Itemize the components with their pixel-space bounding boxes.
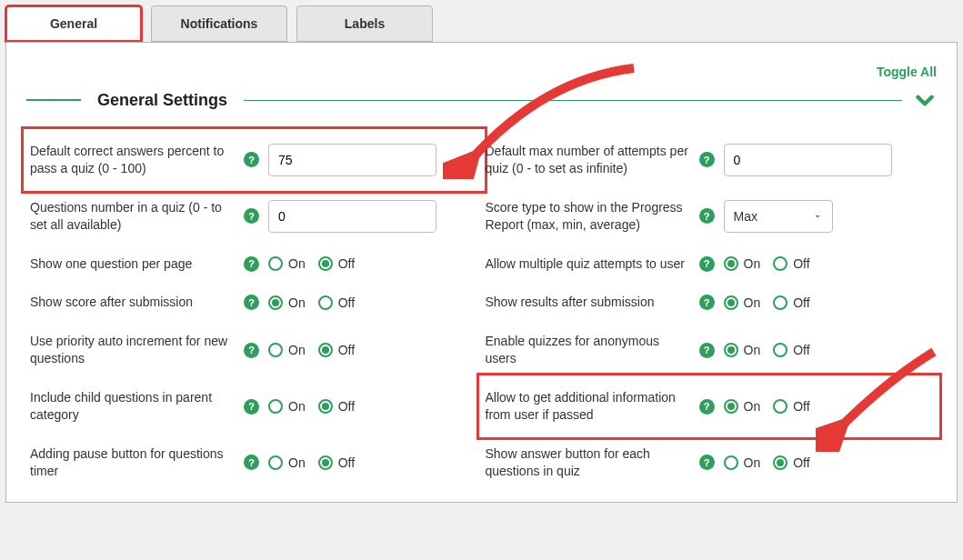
radio-circle-icon bbox=[773, 295, 787, 310]
help-icon[interactable]: ? bbox=[244, 399, 259, 415]
setting-anon-users: Enable quizzes for anonymous users ? OnO… bbox=[482, 322, 938, 378]
radio-on[interactable]: On bbox=[268, 399, 306, 414]
radio-circle-icon bbox=[773, 256, 787, 271]
radio-on[interactable]: On bbox=[724, 399, 761, 414]
help-icon[interactable]: ? bbox=[244, 455, 259, 470]
label-show-results: Show results after submission bbox=[486, 294, 690, 311]
input-max-attempts[interactable] bbox=[724, 144, 892, 176]
chevron-down-icon[interactable] bbox=[913, 88, 937, 112]
radio-text: On bbox=[744, 399, 761, 414]
radio-text: On bbox=[744, 295, 761, 310]
radio-text: Off bbox=[793, 455, 809, 470]
help-icon[interactable]: ? bbox=[244, 256, 259, 272]
help-icon[interactable]: ? bbox=[699, 399, 715, 415]
input-questions-num[interactable] bbox=[268, 200, 436, 233]
setting-questions-num: Questions number in a quiz (0 - to set a… bbox=[26, 188, 482, 245]
label-include-child: Include child questions in parent catego… bbox=[30, 389, 235, 424]
tab-general[interactable]: General bbox=[5, 5, 142, 42]
help-icon[interactable]: ? bbox=[244, 208, 259, 224]
radio-circle-icon bbox=[268, 399, 283, 414]
radio-text: Off bbox=[338, 256, 355, 271]
label-one-per-page: Show one question per page bbox=[30, 255, 235, 273]
help-icon[interactable]: ? bbox=[244, 295, 259, 310]
help-icon[interactable]: ? bbox=[699, 208, 715, 224]
radio-circle-icon bbox=[724, 256, 738, 271]
label-additional-info: Allow to get additional information from… bbox=[486, 389, 690, 424]
radio-text: Off bbox=[338, 343, 355, 357]
radio-circle-icon bbox=[773, 399, 787, 414]
radio-text: Off bbox=[793, 343, 809, 357]
radio-text: Off bbox=[338, 455, 355, 470]
radio-off[interactable]: Off bbox=[318, 455, 355, 470]
radio-circle-icon bbox=[318, 399, 333, 414]
radio-text: Off bbox=[793, 399, 809, 414]
label-anon-users: Enable quizzes for anonymous users bbox=[486, 333, 690, 367]
radio-text: Off bbox=[338, 399, 355, 414]
tab-labels[interactable]: Labels bbox=[296, 5, 433, 42]
help-icon[interactable]: ? bbox=[699, 256, 715, 272]
help-icon[interactable]: ? bbox=[699, 152, 715, 167]
radio-circle-icon bbox=[318, 343, 333, 357]
radio-off[interactable]: Off bbox=[773, 343, 809, 357]
setting-show-results: Show results after submission ? OnOff bbox=[482, 283, 938, 322]
radio-off[interactable]: Off bbox=[773, 295, 809, 310]
setting-score-type: Score type to show in the Progress Repor… bbox=[482, 188, 938, 245]
radio-on[interactable]: On bbox=[268, 343, 306, 357]
help-icon[interactable]: ? bbox=[244, 343, 259, 358]
label-allow-multi: Allow multiple quiz attempts to user bbox=[486, 255, 690, 273]
label-max-attempts: Default max number of attempts per quiz … bbox=[486, 143, 690, 177]
radio-text: Off bbox=[793, 256, 809, 271]
radio-off[interactable]: Off bbox=[318, 399, 355, 414]
setting-pause-button: Adding pause button for questions timer … bbox=[26, 435, 482, 491]
radio-off[interactable]: Off bbox=[318, 256, 355, 271]
input-pass-percent[interactable] bbox=[268, 144, 436, 176]
section-title: General Settings bbox=[81, 91, 244, 110]
radio-off[interactable]: Off bbox=[773, 455, 809, 470]
radio-on[interactable]: On bbox=[724, 256, 761, 271]
setting-max-attempts: Default max number of attempts per quiz … bbox=[482, 132, 938, 188]
radio-text: On bbox=[744, 343, 761, 357]
radio-off[interactable]: Off bbox=[318, 343, 355, 357]
tabs-bar: General Notifications Labels bbox=[0, 0, 963, 42]
select-score-type[interactable]: Max bbox=[724, 200, 833, 233]
radio-text: On bbox=[744, 455, 761, 470]
setting-priority-auto: Use priority auto increment for new ques… bbox=[26, 322, 482, 378]
radio-off[interactable]: Off bbox=[318, 295, 355, 310]
radio-on[interactable]: On bbox=[268, 455, 306, 470]
radio-circle-icon bbox=[318, 295, 333, 310]
setting-show-answer-btn: Show answer button for each questions in… bbox=[482, 435, 938, 491]
radio-text: On bbox=[288, 295, 306, 310]
radio-circle-icon bbox=[318, 455, 333, 470]
help-icon[interactable]: ? bbox=[699, 343, 715, 358]
radio-text: On bbox=[288, 399, 306, 414]
section-header: General Settings bbox=[26, 88, 937, 112]
radio-circle-icon bbox=[773, 343, 787, 357]
label-show-answer-btn: Show answer button for each questions in… bbox=[486, 445, 690, 480]
radio-on[interactable]: On bbox=[268, 295, 306, 310]
radio-circle-icon bbox=[318, 256, 333, 271]
radio-off[interactable]: Off bbox=[773, 399, 809, 414]
label-priority-auto: Use priority auto increment for new ques… bbox=[30, 333, 235, 367]
radio-off[interactable]: Off bbox=[773, 256, 809, 271]
label-pass-percent: Default correct answers percent to pass … bbox=[30, 143, 235, 177]
help-icon[interactable]: ? bbox=[699, 295, 715, 310]
radio-on[interactable]: On bbox=[724, 343, 761, 357]
setting-one-per-page: Show one question per page ? OnOff bbox=[26, 245, 482, 284]
setting-show-score: Show score after submission ? OnOff bbox=[26, 283, 482, 322]
help-icon[interactable]: ? bbox=[244, 152, 259, 167]
toggle-all-link[interactable]: Toggle All bbox=[877, 65, 937, 79]
radio-text: On bbox=[288, 256, 306, 271]
setting-include-child: Include child questions in parent catego… bbox=[26, 378, 482, 435]
tab-notifications[interactable]: Notifications bbox=[151, 5, 287, 42]
radio-on[interactable]: On bbox=[268, 256, 306, 271]
radio-text: Off bbox=[338, 295, 355, 310]
radio-on[interactable]: On bbox=[724, 295, 761, 310]
help-icon[interactable]: ? bbox=[699, 455, 715, 470]
setting-allow-multi: Allow multiple quiz attempts to user ? O… bbox=[482, 245, 938, 284]
setting-pass-percent: Default correct answers percent to pass … bbox=[26, 132, 482, 188]
radio-circle-icon bbox=[268, 295, 283, 310]
radio-on[interactable]: On bbox=[724, 455, 761, 470]
radio-text: On bbox=[288, 455, 306, 470]
radio-circle-icon bbox=[724, 295, 738, 310]
radio-circle-icon bbox=[724, 455, 738, 470]
